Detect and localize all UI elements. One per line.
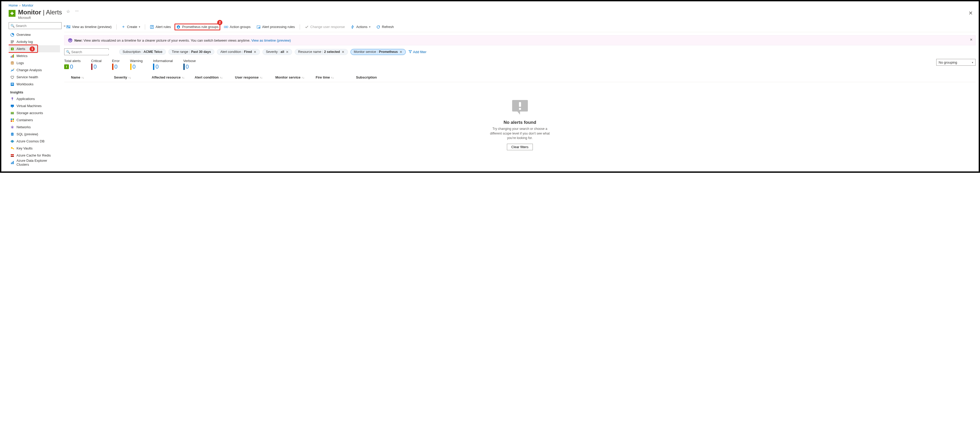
col-alert-condition[interactable]: Alert condition↑↓ xyxy=(195,75,234,79)
nav-storage-accounts[interactable]: Storage accounts xyxy=(9,109,60,116)
svg-rect-3 xyxy=(11,41,14,41)
col-name[interactable]: Name↑↓ xyxy=(71,75,113,79)
summary-row: Total alerts 0 Critical 0 Error 0 Warnin… xyxy=(64,59,975,70)
nav-virtual-machines[interactable]: Virtual Machines xyxy=(9,102,60,109)
svg-rect-10 xyxy=(12,55,13,58)
prometheus-rule-groups-button[interactable]: Prometheus rule groups xyxy=(175,24,220,30)
alerts-search-input[interactable] xyxy=(71,50,115,54)
breadcrumb-home[interactable]: Home xyxy=(9,3,18,7)
add-filter-button[interactable]: Add filter xyxy=(409,50,426,54)
alert-rules-button[interactable]: Alert rules xyxy=(148,24,173,30)
more-icon[interactable]: ⋯ xyxy=(75,9,79,13)
actions-button[interactable]: Actions ▾ xyxy=(348,24,372,30)
nav-label: Azure Cosmos DB xyxy=(16,139,45,143)
svg-point-52 xyxy=(519,108,521,110)
filter-subscription[interactable]: Subscription : ACME Telco xyxy=(119,49,166,55)
monitor-icon xyxy=(9,10,16,17)
pin-icon[interactable]: ☆ xyxy=(66,9,70,14)
close-icon[interactable]: ✕ xyxy=(969,10,973,16)
banner-link[interactable]: View as timeline (preview) xyxy=(251,38,291,43)
remove-filter-icon[interactable]: ✕ xyxy=(399,50,402,54)
svg-rect-21 xyxy=(11,113,14,114)
sort-icon: ↑↓ xyxy=(302,76,304,79)
summary-warning[interactable]: Warning 0 xyxy=(130,59,143,70)
remove-filter-icon[interactable]: ✕ xyxy=(286,50,289,54)
action-groups-button[interactable]: Action groups xyxy=(222,24,253,30)
severity-bar xyxy=(112,63,113,70)
col-severity[interactable]: Severity↑↓ xyxy=(114,75,151,79)
nav-change-analysis[interactable]: Change Analysis xyxy=(9,67,60,74)
view-timeline-button[interactable]: View as timeline (preview) xyxy=(64,24,114,30)
remove-filter-icon[interactable]: ✕ xyxy=(342,50,344,54)
banner-close-icon[interactable]: ✕ xyxy=(970,38,973,42)
filter-monitor-service[interactable]: Monitor service : Prometheus ✕ xyxy=(350,49,406,55)
nav-logs[interactable]: Logs xyxy=(9,59,60,67)
vm-icon xyxy=(10,104,14,108)
svg-rect-15 xyxy=(11,83,13,84)
nav-label: Change Analysis xyxy=(16,68,42,72)
nav-networks[interactable]: Networks xyxy=(9,124,60,131)
col-monitor-service[interactable]: Monitor service↑↓ xyxy=(275,75,315,79)
nav-adx[interactable]: Azure Data Explorer Clusters xyxy=(9,159,60,166)
workbooks-icon xyxy=(10,82,14,86)
breadcrumb-monitor[interactable]: Monitor xyxy=(22,3,33,7)
svg-point-28 xyxy=(11,140,14,143)
create-button[interactable]: ＋ Create ▾ xyxy=(119,24,142,30)
nav-sql[interactable]: SQL (preview) xyxy=(9,131,60,138)
filter-alert-condition[interactable]: Alert condition : Fired ✕ xyxy=(217,49,260,55)
applications-icon xyxy=(10,97,14,101)
summary-total[interactable]: Total alerts 0 xyxy=(64,59,81,70)
grouping-label: No grouping xyxy=(939,60,957,64)
svg-rect-1 xyxy=(11,13,14,14)
adx-icon xyxy=(10,160,14,165)
summary-value: 0 xyxy=(94,63,97,70)
empty-state: No alerts found Try changing your search… xyxy=(64,98,975,150)
filter-resource-name[interactable]: Resource name : 2 selected ✕ xyxy=(295,49,348,55)
summary-critical[interactable]: Critical 0 xyxy=(91,59,102,70)
cosmos-icon xyxy=(10,139,14,143)
filter-icon xyxy=(409,50,412,54)
col-user-response[interactable]: User response↑↓ xyxy=(235,75,274,79)
filter-severity[interactable]: Severity : all ✕ xyxy=(262,49,292,55)
col-subscription[interactable]: Subscription xyxy=(356,75,975,79)
sidebar: 🔍 « Overview Activity log xyxy=(1,22,60,171)
col-fire-time[interactable]: Fire time↑↓ xyxy=(316,75,355,79)
alerts-search[interactable]: 🔍 xyxy=(64,48,109,55)
prometheus-icon xyxy=(176,25,180,29)
summary-error[interactable]: Error 0 xyxy=(112,59,120,70)
filter-time-range[interactable]: Time range : Past 30 days xyxy=(169,49,214,55)
svg-rect-18 xyxy=(11,105,14,107)
sidebar-search-input[interactable] xyxy=(16,24,60,28)
nav-overview[interactable]: Overview xyxy=(9,31,60,38)
col-affected-resource[interactable]: Affected resource↑↓ xyxy=(152,75,194,79)
summary-verbose[interactable]: Verbose 0 xyxy=(183,59,196,70)
grouping-select[interactable]: No grouping ▾ xyxy=(936,59,975,66)
toolbar: View as timeline (preview) ＋ Create ▾ Al… xyxy=(64,22,975,32)
page-title: Monitor | Alerts xyxy=(18,9,62,16)
nav-workbooks[interactable]: Workbooks xyxy=(9,81,60,88)
logs-icon xyxy=(10,61,14,65)
nav-key-vaults[interactable]: Key Vaults xyxy=(9,145,60,152)
summary-value: 0 xyxy=(186,63,189,70)
alert-processing-rules-button[interactable]: Alert processing rules xyxy=(255,24,297,30)
severity-bar xyxy=(153,63,154,70)
search-icon: 🔍 xyxy=(11,24,15,28)
nav-label: Service health xyxy=(16,75,38,79)
nav-metrics[interactable]: Metrics xyxy=(9,52,60,59)
svg-rect-48 xyxy=(66,66,67,67)
nav-activity-log[interactable]: Activity log xyxy=(9,38,60,45)
sidebar-search[interactable]: 🔍 xyxy=(9,22,62,29)
nav-redis[interactable]: Azure Cache for Redis xyxy=(9,152,60,159)
nav-cosmos[interactable]: Azure Cosmos DB xyxy=(9,138,60,145)
nav-label: Activity log xyxy=(16,40,33,44)
nav-service-health[interactable]: Service health xyxy=(9,74,60,81)
metrics-icon xyxy=(10,54,14,58)
nav-containers[interactable]: Containers xyxy=(9,116,60,124)
remove-filter-icon[interactable]: ✕ xyxy=(254,50,256,54)
sort-icon: ↑↓ xyxy=(331,76,334,79)
change-analysis-icon xyxy=(10,68,14,72)
summary-informational[interactable]: Informational 0 xyxy=(153,59,173,70)
clear-filters-button[interactable]: Clear filters xyxy=(507,144,533,150)
nav-applications[interactable]: Applications xyxy=(9,95,60,102)
refresh-button[interactable]: Refresh xyxy=(374,24,396,30)
